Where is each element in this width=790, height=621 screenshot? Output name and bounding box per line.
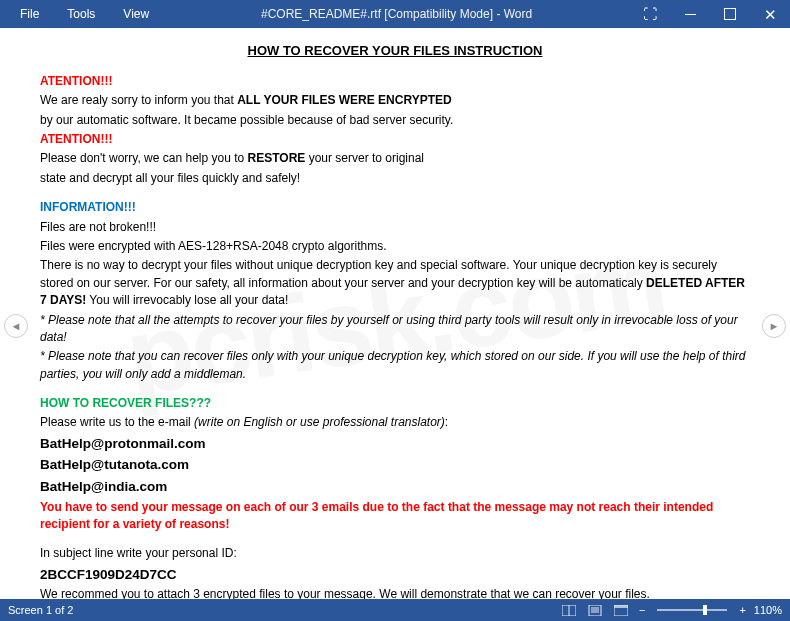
- read-mode-button[interactable]: [559, 602, 579, 618]
- text-line: by our automatic software. It became pos…: [40, 112, 750, 129]
- text-line: state and decrypt all your files quickly…: [40, 170, 750, 187]
- note-line: * Please note that you can recover files…: [40, 348, 750, 383]
- window-controls: ⛶ ✕: [630, 0, 790, 28]
- note-line: * Please note that all the attempts to r…: [40, 312, 750, 347]
- email-line: BatHelp@protonmail.com: [40, 434, 750, 454]
- close-icon: ✕: [764, 7, 777, 22]
- read-mode-icon: [562, 605, 576, 616]
- print-layout-icon: [588, 605, 602, 616]
- howto-label: HOW TO RECOVER FILES???: [40, 396, 211, 410]
- titlebar: File Tools View #CORE_README#.rtf [Compa…: [0, 0, 790, 28]
- web-layout-button[interactable]: [611, 602, 631, 618]
- page-indicator[interactable]: Screen 1 of 2: [8, 604, 559, 616]
- zoom-slider[interactable]: [657, 609, 727, 611]
- document-area: pcrisk.com ◄ ► HOW TO RECOVER YOUR FILES…: [0, 28, 790, 599]
- personal-id: 2BCCF1909D24D7CC: [40, 565, 750, 585]
- zoom-thumb[interactable]: [703, 605, 707, 615]
- menu-tools[interactable]: Tools: [53, 0, 109, 28]
- web-layout-icon: [614, 605, 628, 616]
- attention-label: ATENTION!!!: [40, 74, 112, 88]
- text-line: In subject line write your personal ID:: [40, 545, 750, 562]
- minimize-icon: [685, 14, 696, 15]
- document-title: #CORE_README#.rtf [Compatibility Mode] -…: [163, 7, 630, 21]
- zoom-out-button[interactable]: −: [637, 604, 647, 616]
- menu-view[interactable]: View: [109, 0, 163, 28]
- menu-file[interactable]: File: [6, 0, 53, 28]
- print-layout-button[interactable]: [585, 602, 605, 618]
- maximize-icon: [724, 8, 736, 20]
- warning-line: You have to send your message on each of…: [40, 499, 750, 534]
- email-line: BatHelp@india.com: [40, 477, 750, 497]
- next-page-button[interactable]: ►: [762, 314, 786, 338]
- text-line: Please write us to the e-mail (write on …: [40, 414, 750, 431]
- text-line: We are realy sorry to inform you that AL…: [40, 92, 750, 109]
- attention-label: ATENTION!!!: [40, 132, 112, 146]
- text-line: We recommed you to attach 3 encrypted fi…: [40, 586, 750, 599]
- chevron-left-icon: ◄: [11, 320, 22, 332]
- minimize-button[interactable]: [670, 0, 710, 28]
- doc-heading: HOW TO RECOVER YOUR FILES INSTRUCTION: [40, 42, 750, 61]
- svg-rect-7: [614, 605, 628, 608]
- information-label: INFORMATION!!!: [40, 200, 136, 214]
- text-line: Files were encrypted with AES-128+RSA-20…: [40, 238, 750, 255]
- statusbar: Screen 1 of 2 − + 110%: [0, 599, 790, 621]
- document-content: HOW TO RECOVER YOUR FILES INSTRUCTION AT…: [0, 28, 790, 599]
- prev-page-button[interactable]: ◄: [4, 314, 28, 338]
- ribbon-icon: ⛶: [643, 6, 657, 22]
- text-line: Files are not broken!!!: [40, 219, 750, 236]
- email-line: BatHelp@tutanota.com: [40, 455, 750, 475]
- maximize-button[interactable]: [710, 0, 750, 28]
- menu-bar: File Tools View: [6, 0, 163, 28]
- close-button[interactable]: ✕: [750, 0, 790, 28]
- zoom-in-button[interactable]: +: [737, 604, 747, 616]
- ribbon-toggle-button[interactable]: ⛶: [630, 0, 670, 28]
- text-line: Please don't worry, we can help you to R…: [40, 150, 750, 167]
- chevron-right-icon: ►: [769, 320, 780, 332]
- zoom-level[interactable]: 110%: [754, 604, 782, 616]
- text-line: There is no way to decrypt your files wi…: [40, 257, 750, 309]
